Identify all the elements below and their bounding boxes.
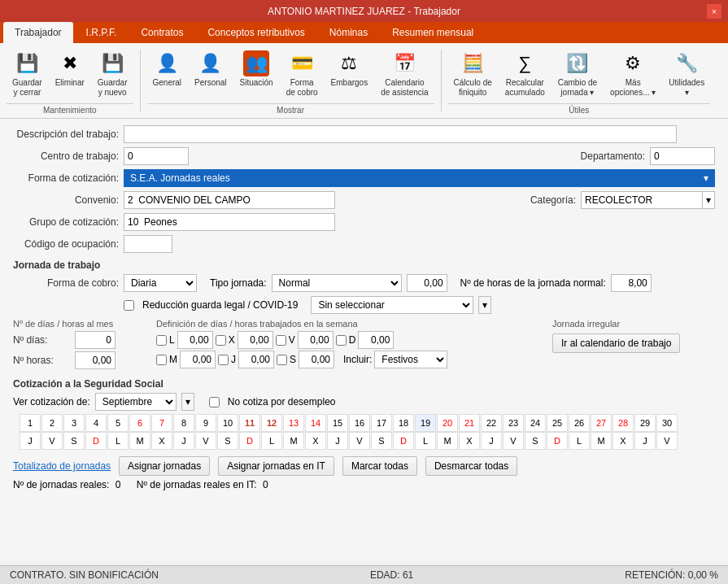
lbl-M: M <box>169 354 177 365</box>
cal-day-29[interactable]: 29 <box>634 414 656 432</box>
sin-seleccionar-dropdown[interactable]: ▾ <box>478 296 491 314</box>
cal-day-16[interactable]: 16 <box>349 414 370 432</box>
select-ver-cotizacion[interactable]: Septiembre <box>95 393 177 411</box>
toolbar-utiles-label: Útiles <box>448 103 711 115</box>
tab-resumen[interactable]: Resumen mensual <box>381 22 485 43</box>
input-grupo[interactable] <box>124 213 335 231</box>
cal-day-30[interactable]: 30 <box>656 414 678 432</box>
link-totalizado[interactable]: Totalizado de jornadas <box>13 460 111 472</box>
input-descripcion[interactable] <box>124 125 677 143</box>
input-horas-jornada[interactable] <box>611 274 652 292</box>
cal-day-5[interactable]: 5 <box>107 414 129 432</box>
btn-calendario[interactable]: 📅 Calendariode asistencia <box>375 46 434 102</box>
tab-conceptos[interactable]: Conceptos retributivos <box>196 22 316 43</box>
input-ndias[interactable] <box>75 331 116 349</box>
select-forma-cobro[interactable]: Diaria <box>124 274 197 292</box>
cb-L[interactable] <box>156 335 167 346</box>
forma-cotizacion-value[interactable]: S.E.A. Jornadas reales <box>124 169 697 187</box>
btn-marcar-todas[interactable]: Marcar todas <box>342 456 417 476</box>
btn-guardar-cerrar[interactable]: 💾 Guardary cerrar <box>7 46 48 102</box>
lbl-V: V <box>289 334 295 346</box>
cal-day-15[interactable]: 15 <box>327 414 348 432</box>
cal-day-23[interactable]: 23 <box>503 414 524 432</box>
cal-day-9[interactable]: 9 <box>195 414 216 432</box>
btn-cambio-jornada[interactable]: 🔃 Cambio dejornada ▾ <box>552 46 603 102</box>
cal-day-25[interactable]: 25 <box>547 414 568 432</box>
situacion-icon: 👥 <box>243 50 269 76</box>
cal-day-27[interactable]: 27 <box>591 414 612 432</box>
cal-day-11[interactable]: 11 <box>239 414 260 432</box>
cal-day-19[interactable]: 19 <box>415 414 436 432</box>
btn-general[interactable]: 👤 General <box>147 46 188 102</box>
cal-day-14[interactable]: 14 <box>305 414 326 432</box>
cal-day-12[interactable]: 12 <box>261 414 282 432</box>
btn-calendario-trabajo[interactable]: Ir al calendario de trabajo <box>552 333 680 353</box>
btn-calculo-finiquito[interactable]: 🧮 Cálculo definiquito <box>448 46 498 102</box>
input-M[interactable] <box>180 351 216 368</box>
tab-irpf[interactable]: I.R.P.F. <box>75 22 129 43</box>
cal-day-28[interactable]: 28 <box>612 414 634 432</box>
cal-day-7[interactable]: 7 <box>151 414 172 432</box>
btn-situacion[interactable]: 👥 Situación <box>234 46 279 102</box>
btn-embargos[interactable]: ⚖ Embargos <box>325 46 374 102</box>
btn-personal[interactable]: 👤 Personal <box>189 46 232 102</box>
input-L[interactable] <box>177 331 213 349</box>
cb-S[interactable] <box>277 355 287 365</box>
status-edad: EDAD: 61 <box>370 569 413 581</box>
input-codigo[interactable] <box>124 235 172 253</box>
input-convenio[interactable] <box>124 191 335 209</box>
ver-cotizacion-dropdown[interactable]: ▾ <box>181 393 194 411</box>
input-centro[interactable] <box>124 147 189 165</box>
close-button[interactable]: × <box>707 4 721 19</box>
input-V[interactable] <box>298 331 333 349</box>
cb-V[interactable] <box>276 335 286 346</box>
cb-M[interactable] <box>156 355 167 365</box>
input-S[interactable] <box>299 351 334 368</box>
cb-J[interactable] <box>218 355 229 365</box>
cal-day-8[interactable]: 8 <box>173 414 194 432</box>
cal-day-18[interactable]: 18 <box>393 414 414 432</box>
cb-D[interactable] <box>336 335 347 346</box>
btn-forma-cobro[interactable]: 💳 Formade cobro <box>281 46 324 102</box>
tab-trabajador[interactable]: Trabajador <box>3 22 73 43</box>
btn-asignar-jornadas-it[interactable]: Asignar jornadas en IT <box>218 456 334 476</box>
select-incluir[interactable]: Festivos <box>374 351 447 368</box>
select-sin-seleccionar[interactable]: Sin seleccionar <box>311 296 473 314</box>
cal-day-17[interactable]: 17 <box>371 414 392 432</box>
tab-contratos[interactable]: Contratos <box>129 22 194 43</box>
cal-day-20[interactable]: 20 <box>437 414 458 432</box>
btn-recalcular[interactable]: ∑ Recalcularacumulado <box>499 46 551 102</box>
input-X[interactable] <box>238 331 273 349</box>
btn-utilidades[interactable]: 🔧 Utilidades▾ <box>663 46 710 102</box>
btn-desmarcar-todas[interactable]: Desmarcar todas <box>425 456 517 476</box>
btn-asignar-jornadas[interactable]: Asignar jornadas <box>119 456 210 476</box>
input-nhoras[interactable] <box>75 351 116 369</box>
select-tipo-jornada[interactable]: Normal <box>272 274 402 292</box>
cal-weekday-12: M <box>283 432 304 450</box>
cb-X[interactable] <box>216 335 226 346</box>
checkbox-reduccion[interactable] <box>124 300 134 311</box>
cal-day-3[interactable]: 3 <box>63 414 85 432</box>
input-D[interactable] <box>358 331 394 349</box>
btn-mas-opciones[interactable]: ⚙ Másopciones... ▾ <box>604 46 661 102</box>
input-categoria[interactable] <box>581 191 703 209</box>
forma-cotizacion-dropdown[interactable]: ▾ <box>697 169 715 187</box>
input-departamento[interactable] <box>650 147 715 165</box>
cal-day-10[interactable]: 10 <box>217 414 238 432</box>
input-J[interactable] <box>238 351 274 368</box>
cal-day-4[interactable]: 4 <box>85 414 107 432</box>
btn-guardar-nuevo[interactable]: 💾 Guardary nuevo <box>92 46 133 102</box>
input-horas-value[interactable] <box>407 274 447 292</box>
cal-day-6[interactable]: 6 <box>129 414 150 432</box>
cal-day-24[interactable]: 24 <box>525 414 546 432</box>
cal-day-21[interactable]: 21 <box>459 414 480 432</box>
btn-eliminar[interactable]: ✖ Eliminar <box>50 46 90 102</box>
cal-day-22[interactable]: 22 <box>481 414 502 432</box>
cb-no-cotiza[interactable] <box>209 397 220 407</box>
tab-nominas[interactable]: Nóminas <box>318 22 379 43</box>
cal-day-13[interactable]: 13 <box>283 414 304 432</box>
cal-day-26[interactable]: 26 <box>569 414 590 432</box>
cal-day-2[interactable]: 2 <box>41 414 63 432</box>
cal-day-1[interactable]: 1 <box>20 414 41 432</box>
categoria-dropdown[interactable]: ▾ <box>703 191 715 209</box>
